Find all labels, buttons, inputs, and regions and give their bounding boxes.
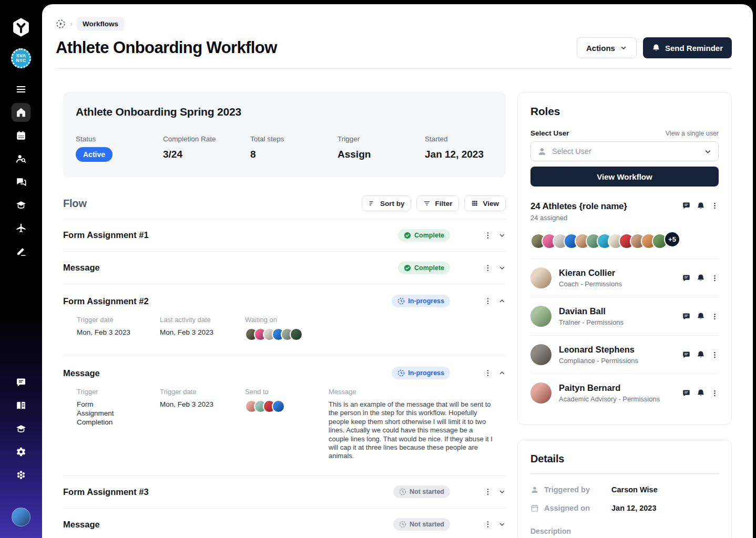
bell-icon[interactable] [697,389,705,397]
bell-icon[interactable] [697,350,705,359]
sidebar-item-messages[interactable] [12,373,30,392]
person-icon [530,485,539,494]
chat-icon[interactable] [682,389,691,398]
user-name: Davian Ball [559,306,624,316]
flow-step-row: Message Not started [63,509,506,538]
actions-button[interactable]: Actions [577,37,637,58]
view-workflow-button[interactable]: View Workflow [530,167,719,187]
workflow-run-icon[interactable] [56,19,66,29]
kebab-menu-icon[interactable] [711,313,719,320]
avatar [530,306,551,327]
chevron-down-icon[interactable] [498,232,506,239]
view-button[interactable]: View [464,195,506,211]
send-reminder-button[interactable]: Send Reminder [643,37,732,58]
select-user-dropdown[interactable]: Select User [530,141,719,161]
flow-heading: Flow [63,198,87,210]
chevron-down-icon[interactable] [498,488,506,495]
user-row[interactable]: Leonard Stephens Compliance - Permission… [530,335,719,374]
sidebar-item-recruiting[interactable] [12,149,30,168]
detail-value: Carson Wise [611,485,719,494]
sidebar-item-apps[interactable] [12,465,30,484]
kebab-menu-icon[interactable] [484,264,492,272]
kebab-menu-icon[interactable] [484,488,492,496]
sidebar-item-home[interactable] [12,103,30,122]
detail-label: Triggered by [544,485,590,494]
bell-icon[interactable] [697,202,705,210]
avatar-overflow-count[interactable]: +5 [664,231,680,247]
sidebar-item-travel[interactable] [12,219,30,237]
user-row[interactable]: Davian Ball Trainer - Permissions [530,297,719,335]
status-label: Not started [410,521,444,528]
bell-icon[interactable] [697,274,705,282]
detail-value: Jan 12, 2023 [611,504,719,512]
chat-icon[interactable] [682,350,691,359]
detail-label: Send to [245,388,329,396]
waiting-on-avatars [245,328,329,341]
user-row[interactable]: Kieran Collier Coach - Permissions [530,258,719,297]
menu-icon[interactable] [12,80,30,99]
sidebar-item-settings[interactable] [12,442,30,461]
sidebar-item-messaging[interactable] [12,172,30,191]
detail-label: Waiting on [245,316,329,324]
stat-status: Status Active [76,135,163,162]
step-title: Form Assignment #2 [63,296,149,306]
stat-started: Started Jan 12, 2023 [425,135,484,162]
kebab-menu-icon[interactable] [484,297,492,305]
role-group-title: 24 Athletes {role name} [530,201,627,212]
sidebar-item-signature[interactable] [12,242,30,261]
chevron-up-icon[interactable] [498,369,506,377]
sort-by-label: Sort by [380,200,405,208]
detail-value: Mon, Feb 3 2023 [77,328,160,337]
status-badge-not-started: Not started [393,518,450,531]
bell-icon[interactable] [697,312,705,320]
user-avatar[interactable] [12,508,30,526]
chat-icon[interactable] [682,274,691,283]
brand-logo[interactable] [9,16,33,39]
stat-label: Trigger [338,135,425,143]
chat-icon[interactable] [682,312,691,321]
sidebar-item-academics[interactable] [12,419,30,438]
sidebar-item-playbook[interactable] [12,396,30,415]
send-reminder-label: Send Reminder [665,44,723,53]
user-row[interactable]: Paityn Bernard Academic Advisory - Permi… [530,374,719,412]
send-to-avatars [245,400,329,413]
kebab-menu-icon[interactable] [484,369,492,377]
sort-by-button[interactable]: Sort by [362,195,412,211]
kebab-menu-icon[interactable] [711,202,719,210]
breadcrumb-workflows[interactable]: Workflows [77,17,124,31]
chevron-down-icon[interactable] [498,521,506,528]
sva-nyc-badge[interactable]: SVA NYC [11,48,31,68]
detail-label: Message [329,388,493,396]
message-text: This is an example of the message that w… [329,400,493,461]
sidebar-item-calendar[interactable] [12,126,30,145]
filter-button[interactable]: Filter [416,195,459,211]
kebab-menu-icon[interactable] [711,389,719,397]
detail-value: Mon, Feb 3 2023 [160,328,245,337]
sidebar-item-education[interactable] [12,195,30,214]
kebab-menu-icon[interactable] [711,351,719,359]
workflow-stats: Status Active Completion Rate 3/24 Total… [76,135,493,162]
kebab-menu-icon[interactable] [711,274,719,282]
chevron-up-icon[interactable] [498,297,506,305]
stat-value: Jan 12, 2023 [425,149,484,160]
chevron-down-icon [704,148,712,156]
chat-icon[interactable] [682,201,691,210]
in-progress-icon [397,369,405,377]
avatar [530,267,551,288]
in-progress-icon [397,297,405,305]
avatar [530,344,551,365]
status-badge-in-progress: In-progress [392,295,450,307]
sidebar-nav [12,80,30,261]
filter-label: Filter [435,200,452,208]
kebab-menu-icon[interactable] [484,520,492,529]
role-avatars [530,233,668,249]
detail-label: Trigger date [160,388,245,396]
chevron-down-icon [620,44,627,51]
status-label: Complete [414,264,444,272]
kebab-menu-icon[interactable] [484,231,492,240]
page-title: Athlete Onboarding Workflow [56,38,277,57]
status-label: In-progress [408,297,444,305]
chevron-down-icon[interactable] [498,264,506,272]
status-label: Not started [410,488,444,495]
status-badge: Active [76,147,113,162]
